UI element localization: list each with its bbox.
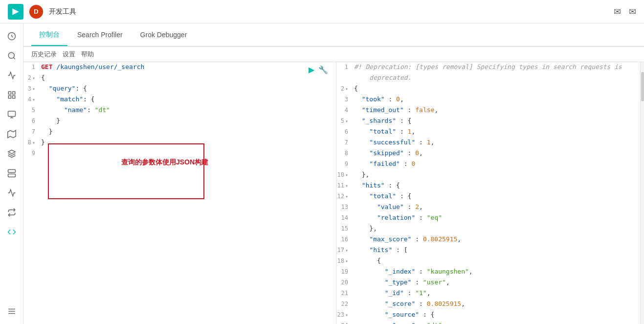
code-line: deprecated. — [336, 73, 640, 84]
content-area: 控制台 Search Profiler Grok Debugger 历史记录 设… — [23, 23, 644, 324]
left-panel: ▶ 🔧 1 GET /kaungshen/user/_search 2 { — [23, 62, 336, 324]
code-line: 6 "total" : 1, — [336, 127, 640, 138]
top-bar: D 开发工具 ✉ ✉ — [0, 0, 644, 23]
run-icon[interactable]: ▶ — [309, 65, 314, 74]
code-line: 17 "hits" : [ — [336, 245, 640, 256]
code-line: 1 #! Deprecation: [types removal] Specif… — [336, 62, 640, 73]
app-title: 开发工具 — [49, 7, 608, 16]
sidebar-item-apm[interactable] — [3, 184, 21, 202]
right-code-editor[interactable]: 1 #! Deprecation: [types removal] Specif… — [336, 62, 640, 324]
code-line: 21 "_id" : "1", — [336, 288, 640, 299]
tab-grok-debugger[interactable]: Grok Debugger — [133, 25, 195, 46]
svg-marker-12 — [7, 131, 16, 138]
code-line: 3 "query": { — [23, 84, 336, 94]
code-line: 3 "took" : 0, — [336, 94, 640, 105]
right-scrollbar[interactable] — [640, 62, 644, 324]
right-panel: 1 #! Deprecation: [types removal] Specif… — [336, 62, 644, 324]
help-button[interactable]: 帮助 — [81, 50, 94, 59]
code-line: 14 "relation" : "eq" — [336, 213, 640, 224]
drag-handle[interactable]: ⋮ — [334, 62, 336, 324]
sidebar-item-maps[interactable] — [3, 125, 21, 143]
code-line: 1 GET /kaungshen/user/_search — [23, 62, 336, 73]
code-line: 9 — [23, 148, 336, 159]
code-line: 10 }, — [336, 170, 640, 181]
sidebar-item-discover[interactable] — [3, 47, 21, 65]
sidebar-item-visualize[interactable] — [3, 67, 21, 84]
sidebar-item-uptime[interactable] — [3, 204, 21, 221]
svg-rect-7 — [8, 96, 11, 98]
tab-console[interactable]: 控制台 — [31, 24, 67, 46]
code-line: 12 "total" : { — [336, 191, 640, 202]
sidebar-item-home[interactable] — [3, 27, 21, 45]
code-line: 11 "hits" : { — [336, 181, 640, 191]
code-line: 9 "failed" : 0 — [336, 159, 640, 170]
code-line: 13 "value" : 2, — [336, 202, 640, 213]
wrench-icon[interactable]: 🔧 — [318, 65, 328, 74]
top-bar-actions: ✉ ✉ — [614, 6, 636, 17]
user-avatar[interactable]: D — [29, 5, 43, 19]
mail-icon[interactable]: ✉ — [629, 6, 636, 17]
svg-rect-5 — [8, 92, 11, 94]
sidebar-item-dashboard[interactable] — [3, 86, 21, 104]
svg-line-2 — [12, 36, 13, 37]
code-line: 20 "_type" : "user", — [336, 278, 640, 288]
code-line: 6 } — [23, 116, 336, 127]
sidebar-item-infrastructure[interactable] — [3, 164, 21, 182]
sidebar-item-canvas[interactable] — [3, 106, 21, 123]
scrollbar-thumb — [641, 72, 644, 101]
code-line: 2 { — [336, 84, 640, 94]
svg-rect-6 — [12, 92, 15, 94]
svg-line-4 — [13, 57, 15, 59]
main-container: 控制台 Search Profiler Grok Debugger 历史记录 设… — [0, 23, 644, 324]
notification-icon[interactable]: ✉ — [614, 6, 621, 17]
code-line: 4 "timed_out" : false, — [336, 105, 640, 116]
code-line: 16 "max_score" : 0.8025915, — [336, 234, 640, 245]
code-line: 4 "match": { — [23, 94, 336, 105]
sidebar-item-stack[interactable] — [3, 302, 21, 320]
code-line: 19 "_index" : "kaungshen", — [336, 267, 640, 278]
code-line: 8 "skipped" : 0, — [336, 148, 640, 159]
tab-search-profiler[interactable]: Search Profiler — [69, 25, 131, 46]
svg-rect-9 — [8, 111, 15, 116]
history-button[interactable]: 历史记录 — [31, 50, 57, 59]
svg-rect-14 — [8, 174, 15, 177]
drag-dots-icon: ⋮ — [333, 190, 336, 197]
svg-rect-8 — [12, 96, 15, 98]
code-line: 8 } — [23, 138, 336, 148]
code-line: 15 }, — [336, 224, 640, 234]
code-line: 18 { — [336, 256, 640, 267]
code-line: 23 "_source" : { — [336, 310, 640, 321]
svg-rect-13 — [8, 170, 15, 173]
sidebar-item-ml[interactable] — [3, 145, 21, 162]
editor-icons: ▶ 🔧 — [309, 65, 328, 74]
kibana-logo[interactable] — [8, 4, 23, 20]
sidebar-item-devtools[interactable] — [3, 223, 21, 241]
sidebar — [0, 23, 23, 324]
code-line: 7 } — [23, 127, 336, 138]
settings-button[interactable]: 设置 — [63, 50, 75, 59]
toolbar: 历史记录 设置 帮助 — [23, 47, 644, 62]
code-line: 2 { — [23, 73, 336, 84]
svg-point-3 — [8, 52, 14, 58]
code-line: 22 "_score" : 0.8025915, — [336, 299, 640, 310]
code-line: 5 "name": "dt" — [23, 105, 336, 116]
editor-area: ▶ 🔧 1 GET /kaungshen/user/_search 2 { — [23, 62, 644, 324]
code-line: 7 "successful" : 1, — [336, 138, 640, 148]
tab-bar: 控制台 Search Profiler Grok Debugger — [23, 23, 644, 47]
left-code-editor[interactable]: 1 GET /kaungshen/user/_search 2 { 3 "que… — [23, 62, 336, 324]
code-line: 24 "name" : "dt", — [336, 321, 640, 324]
code-line: 5 "_shards" : { — [336, 116, 640, 127]
